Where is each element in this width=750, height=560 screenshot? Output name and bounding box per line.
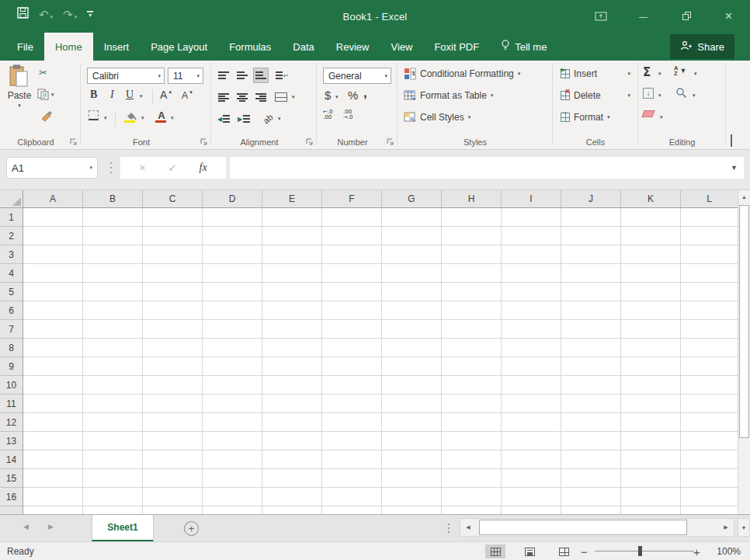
- accounting-format-caret[interactable]: ▾: [335, 94, 339, 100]
- column-header[interactable]: F: [322, 190, 382, 207]
- find-select-caret[interactable]: ▾: [693, 92, 696, 99]
- format-as-table-button[interactable]: Format as Table▾: [404, 87, 493, 104]
- row-header-partial[interactable]: [0, 506, 23, 513]
- copy-button[interactable]: ▾: [37, 89, 54, 100]
- sort-filter-caret[interactable]: ▾: [694, 71, 697, 77]
- tab-data[interactable]: Data: [282, 33, 325, 61]
- fill-caret[interactable]: ▾: [658, 92, 661, 99]
- increase-indent-button[interactable]: ▶: [234, 111, 253, 127]
- tab-insert[interactable]: Insert: [93, 33, 141, 61]
- insert-cells-button[interactable]: ⇤ Insert ▾: [561, 65, 630, 82]
- row-header[interactable]: 9: [0, 357, 23, 376]
- insert-function-button[interactable]: fx: [200, 162, 207, 174]
- bold-button[interactable]: B: [90, 89, 97, 101]
- select-all-corner[interactable]: [0, 190, 23, 208]
- tab-home[interactable]: Home: [44, 33, 93, 61]
- ribbon-display-options-button[interactable]: [579, 0, 622, 33]
- restore-button[interactable]: [665, 0, 707, 33]
- column-header[interactable]: H: [442, 190, 502, 207]
- borders-button[interactable]: [89, 110, 99, 120]
- column-header[interactable]: K: [621, 190, 681, 207]
- align-left-button[interactable]: [216, 89, 231, 105]
- previous-sheet-icon[interactable]: ◀: [23, 523, 29, 530]
- scroll-down-icon[interactable]: ▼: [738, 518, 750, 537]
- zoom-slider-track[interactable]: [595, 551, 694, 551]
- scroll-up-icon[interactable]: ▲: [738, 190, 750, 203]
- center-button[interactable]: [234, 89, 250, 105]
- zoom-out-button[interactable]: −: [581, 542, 588, 560]
- orientation-button[interactable]: ab: [259, 111, 276, 127]
- name-box-splitter[interactable]: [110, 162, 112, 164]
- zoom-level[interactable]: 100%: [717, 542, 741, 560]
- decrease-decimal-button[interactable]: .00→.0: [343, 110, 353, 120]
- row-header[interactable]: 13: [0, 432, 23, 450]
- number-format-combo[interactable]: General▾: [323, 68, 391, 84]
- align-right-button[interactable]: [253, 89, 269, 105]
- column-header[interactable]: G: [382, 190, 442, 207]
- top-align-button[interactable]: [216, 68, 231, 83]
- worksheet-cells[interactable]: [23, 208, 738, 514]
- row-header[interactable]: 14: [0, 450, 23, 469]
- zoom-slider-thumb[interactable]: [638, 546, 642, 556]
- cancel-button[interactable]: ×: [139, 162, 145, 174]
- delete-cells-button[interactable]: × Delete ▾: [561, 87, 630, 104]
- horizontal-scrollbar[interactable]: ◀ ▶: [460, 518, 734, 537]
- row-header[interactable]: 7: [0, 320, 23, 339]
- sheet-tab-active[interactable]: Sheet1: [92, 515, 154, 542]
- tab-page-layout[interactable]: Page Layout: [140, 33, 218, 61]
- clear-caret[interactable]: ▾: [660, 114, 663, 120]
- collapse-ribbon-button[interactable]: [731, 136, 732, 147]
- name-box[interactable]: A1 ▾: [6, 157, 98, 179]
- clear-button[interactable]: [643, 110, 654, 117]
- column-header[interactable]: D: [203, 190, 262, 207]
- bottom-align-button[interactable]: [253, 68, 269, 83]
- accounting-format-button[interactable]: $: [325, 89, 331, 102]
- row-header[interactable]: 1: [0, 208, 23, 227]
- column-header[interactable]: L: [681, 190, 738, 207]
- grow-font-button[interactable]: A▲: [160, 89, 172, 101]
- column-header[interactable]: A: [23, 190, 83, 207]
- tab-formulas[interactable]: Formulas: [218, 33, 282, 61]
- cell-styles-button[interactable]: Cell Styles▾: [404, 109, 470, 126]
- tab-foxit-pdf[interactable]: Foxit PDF: [423, 33, 490, 61]
- vertical-scrollbar[interactable]: ▲: [738, 190, 750, 514]
- normal-view-button[interactable]: [485, 544, 505, 558]
- font-dialog-launcher-icon[interactable]: [200, 137, 208, 145]
- paste-button[interactable]: Paste ▾: [3, 64, 36, 131]
- alignment-dialog-launcher-icon[interactable]: [306, 137, 314, 145]
- row-header[interactable]: 12: [0, 413, 23, 432]
- fill-button[interactable]: ↓: [643, 88, 654, 99]
- share-button[interactable]: Share: [670, 34, 734, 59]
- enter-button[interactable]: ✓: [168, 162, 177, 174]
- font-name-combo[interactable]: Calibri▾: [87, 68, 165, 84]
- shrink-font-button[interactable]: A▼: [182, 90, 193, 101]
- formula-input[interactable]: ▼: [230, 157, 744, 179]
- merge-center-caret[interactable]: ▾: [292, 94, 295, 100]
- middle-align-button[interactable]: [234, 68, 250, 83]
- column-header[interactable]: J: [561, 190, 621, 207]
- scroll-right-icon[interactable]: ▶: [718, 519, 734, 536]
- row-header[interactable]: 8: [0, 339, 23, 357]
- row-header[interactable]: 10: [0, 376, 23, 395]
- fill-color-button[interactable]: [124, 109, 137, 123]
- borders-caret[interactable]: ▾: [104, 115, 107, 121]
- row-header[interactable]: 5: [0, 283, 23, 301]
- tab-tell-me[interactable]: Tell me: [490, 33, 557, 61]
- row-header[interactable]: 3: [0, 245, 23, 264]
- autosum-caret[interactable]: ▾: [658, 71, 661, 77]
- font-color-caret[interactable]: ▾: [171, 115, 174, 121]
- tab-review[interactable]: Review: [325, 33, 380, 61]
- underline-button[interactable]: U: [126, 89, 134, 101]
- fill-color-caret[interactable]: ▾: [141, 115, 144, 121]
- row-header[interactable]: 2: [0, 227, 23, 245]
- increase-decimal-button[interactable]: ←.0.00: [323, 110, 333, 120]
- column-header[interactable]: I: [502, 190, 561, 207]
- row-header[interactable]: 6: [0, 301, 23, 320]
- vertical-scroll-thumb[interactable]: [739, 205, 749, 438]
- column-header[interactable]: B: [83, 190, 143, 207]
- page-break-view-button[interactable]: [554, 544, 574, 558]
- find-select-button[interactable]: [675, 87, 687, 99]
- percent-style-button[interactable]: %: [348, 89, 358, 102]
- format-painter-button[interactable]: [40, 110, 53, 123]
- minimize-button[interactable]: —: [622, 0, 665, 33]
